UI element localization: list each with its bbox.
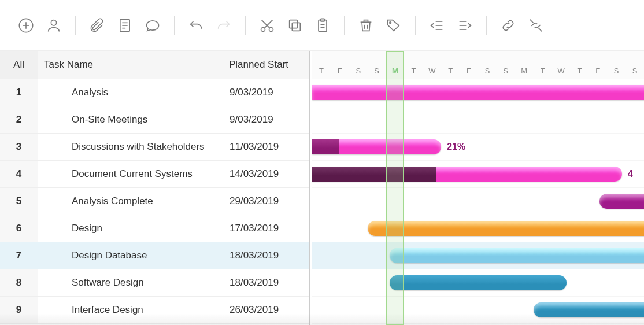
gantt-bar[interactable] — [390, 248, 644, 263]
cut-button[interactable] — [258, 17, 276, 34]
task-row[interactable]: 4Document Current Systems14/03/2019 — [0, 161, 309, 188]
chart-row[interactable] — [312, 79, 644, 106]
planned-start-cell[interactable]: 14/03/2019 — [224, 161, 309, 187]
row-number[interactable]: 4 — [0, 161, 38, 187]
day-label: M — [515, 67, 534, 75]
task-name-cell[interactable]: Software Design — [50, 269, 224, 296]
column-index[interactable]: All — [0, 51, 38, 79]
task-row[interactable]: 3Discussions with Stakeholders11/03/2019 — [0, 134, 309, 161]
gantt-bar[interactable] — [599, 194, 644, 209]
gantt-chart[interactable]: TFSSMTWTFSSMTWTFSS 21%4 — [310, 51, 644, 325]
copy-button[interactable] — [286, 17, 304, 34]
grid-header: All Task Name Planned Start — [0, 51, 309, 79]
day-label: F — [331, 67, 349, 75]
task-row[interactable]: 1Analysis9/03/2019 — [0, 79, 309, 106]
row-marker — [38, 269, 50, 296]
grid-body: 1Analysis9/03/20192On-Site Meetings9/03/… — [0, 79, 309, 324]
row-number[interactable]: 2 — [0, 106, 38, 133]
chart-body: 21%4 — [312, 79, 644, 324]
row-marker — [38, 134, 50, 160]
gantt-bar[interactable] — [312, 85, 644, 100]
planned-start-cell[interactable]: 11/03/2019 — [224, 134, 309, 160]
chart-row[interactable] — [312, 215, 644, 242]
day-label: S — [368, 67, 386, 75]
task-name-cell[interactable]: On-Site Meetings — [50, 106, 224, 133]
row-marker — [38, 188, 50, 215]
gantt-bar[interactable] — [312, 167, 622, 182]
day-label: T — [404, 67, 423, 75]
task-row[interactable]: 9Interface Design26/03/2019 — [0, 297, 309, 324]
chart-row[interactable]: 4 — [312, 161, 644, 188]
planned-start-cell[interactable]: 18/03/2019 — [224, 269, 309, 296]
row-number[interactable]: 6 — [0, 215, 38, 242]
attach-button[interactable] — [88, 17, 106, 34]
toolbar-separator — [174, 16, 175, 35]
row-marker — [38, 161, 50, 187]
tag-button[interactable] — [385, 17, 402, 34]
row-number[interactable]: 9 — [0, 297, 38, 323]
assign-user-button[interactable] — [45, 17, 62, 34]
task-row[interactable]: 2On-Site Meetings9/03/2019 — [0, 106, 309, 134]
link-button[interactable] — [499, 17, 517, 34]
task-name-cell[interactable]: Design Database — [50, 242, 224, 269]
undo-button[interactable] — [187, 17, 205, 34]
delete-button[interactable] — [357, 17, 375, 34]
chart-row[interactable] — [312, 297, 644, 324]
outdent-button[interactable] — [428, 17, 446, 34]
day-label: T — [570, 67, 589, 75]
task-name-cell[interactable]: Analysis — [50, 79, 224, 106]
task-row[interactable]: 5Analysis Complete29/03/2019 — [0, 188, 309, 215]
row-number[interactable]: 8 — [0, 269, 38, 296]
comment-button[interactable] — [144, 17, 161, 34]
progress-fill — [390, 275, 567, 290]
svg-point-20 — [390, 21, 391, 23]
task-row[interactable]: 6Design17/03/2019 — [0, 215, 309, 242]
row-number[interactable]: 3 — [0, 134, 38, 160]
toolbar-separator — [245, 16, 246, 35]
gantt-bar[interactable] — [534, 302, 644, 317]
day-label: S — [626, 67, 644, 75]
planned-start-cell[interactable]: 9/03/2019 — [224, 106, 309, 133]
paste-button[interactable] — [314, 17, 331, 34]
task-name-cell[interactable]: Design — [50, 215, 224, 242]
task-name-cell[interactable]: Interface Design — [50, 297, 224, 323]
toolbar-separator — [486, 16, 487, 35]
notes-button[interactable] — [116, 17, 134, 34]
progress-fill — [312, 167, 436, 182]
planned-start-cell[interactable]: 18/03/2019 — [224, 242, 309, 269]
column-planned-start[interactable]: Planned Start — [223, 51, 309, 79]
svg-rect-12 — [292, 23, 300, 31]
task-row[interactable]: 7Design Database18/03/2019 — [0, 242, 309, 269]
day-label: S — [607, 67, 626, 75]
chart-row[interactable] — [312, 242, 644, 269]
add-button[interactable] — [17, 17, 35, 34]
row-number[interactable]: 1 — [0, 79, 38, 106]
chart-row[interactable]: 21% — [312, 134, 644, 161]
row-number[interactable]: 7 — [0, 242, 38, 269]
row-marker — [38, 242, 50, 269]
task-name-cell[interactable]: Discussions with Stakeholders — [50, 134, 224, 160]
row-number[interactable]: 5 — [0, 188, 38, 215]
indent-button[interactable] — [456, 17, 473, 34]
chart-row[interactable] — [312, 269, 644, 297]
chart-row[interactable] — [312, 188, 644, 215]
day-label: M — [386, 67, 405, 75]
row-marker — [38, 79, 50, 106]
task-row[interactable]: 8Software Design18/03/2019 — [0, 269, 309, 297]
gantt-bar[interactable] — [368, 221, 644, 236]
task-name-cell[interactable]: Document Current Systems — [50, 161, 224, 187]
planned-start-cell[interactable]: 9/03/2019 — [224, 79, 309, 106]
row-marker — [38, 297, 50, 323]
task-name-cell[interactable]: Analysis Complete — [50, 188, 224, 215]
planned-start-cell[interactable]: 17/03/2019 — [224, 215, 309, 242]
redo-button[interactable] — [215, 17, 232, 34]
column-task-name[interactable]: Task Name — [38, 51, 223, 79]
planned-start-cell[interactable]: 29/03/2019 — [224, 188, 309, 215]
planned-start-cell[interactable]: 26/03/2019 — [224, 297, 309, 323]
unlink-button[interactable] — [527, 17, 545, 34]
svg-line-27 — [530, 19, 534, 23]
chart-row[interactable] — [312, 106, 644, 134]
gantt-bar[interactable] — [390, 275, 567, 290]
gantt-bar[interactable] — [312, 139, 441, 154]
toolbar-separator — [75, 16, 76, 35]
